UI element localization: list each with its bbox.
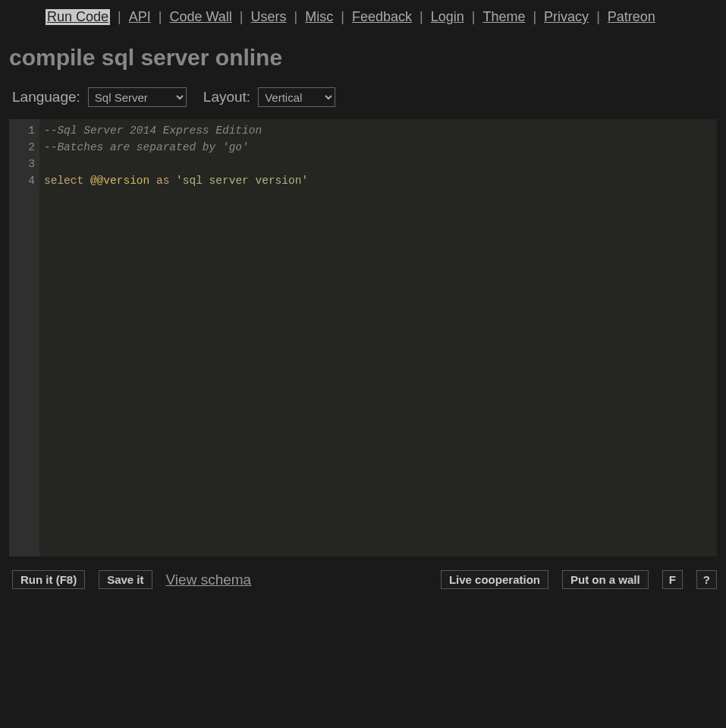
nav-separator: | [472, 9, 476, 25]
nav-run-code[interactable]: Run Code [46, 9, 110, 25]
language-select[interactable]: Sql Server [88, 87, 187, 107]
nav-separator: | [240, 9, 244, 25]
code-editor[interactable]: 1 2 3 4 --Sql Server 2014 Express Editio… [9, 119, 717, 556]
nav-separator: | [294, 9, 298, 25]
nav-separator: | [596, 9, 600, 25]
nav-login[interactable]: Login [431, 9, 464, 25]
code-line: select @@version as 'sql server version' [44, 172, 712, 189]
code-line: --Batches are separated by 'go' [44, 139, 712, 156]
nav-code-wall[interactable]: Code Wall [169, 9, 231, 25]
top-nav: Run Code | API | Code Wall | Users | Mis… [0, 0, 726, 31]
line-number-gutter: 1 2 3 4 [9, 119, 39, 556]
nav-users[interactable]: Users [251, 9, 287, 25]
page-title: compile sql server online [0, 31, 726, 84]
language-label: Language: [12, 89, 80, 106]
code-area[interactable]: --Sql Server 2014 Express Edition--Batch… [39, 119, 717, 556]
live-cooperation-button[interactable]: Live cooperation [441, 570, 548, 589]
nav-misc[interactable]: Misc [305, 9, 333, 25]
nav-api[interactable]: API [129, 9, 151, 25]
save-button[interactable]: Save it [99, 570, 152, 589]
run-button[interactable]: Run it (F8) [12, 570, 85, 589]
line-number: 4 [9, 172, 35, 189]
nav-privacy[interactable]: Privacy [544, 9, 589, 25]
nav-theme[interactable]: Theme [482, 9, 525, 25]
controls-row: Language: Sql Server Layout: Vertical [0, 84, 726, 119]
nav-separator: | [118, 9, 121, 25]
bottom-toolbar: Run it (F8) Save it View schema Live coo… [0, 556, 726, 603]
layout-label: Layout: [203, 89, 250, 106]
nav-patreon[interactable]: Patreon [608, 9, 655, 25]
code-line: --Sql Server 2014 Express Edition [44, 122, 712, 139]
put-on-wall-button[interactable]: Put on a wall [562, 570, 649, 589]
help-button[interactable]: ? [696, 570, 717, 589]
nav-feedback[interactable]: Feedback [352, 9, 412, 25]
code-line [44, 156, 712, 172]
nav-separator: | [420, 9, 423, 25]
nav-separator: | [159, 9, 162, 25]
line-number: 3 [9, 156, 35, 172]
layout-select[interactable]: Vertical [258, 87, 335, 107]
nav-separator: | [341, 9, 344, 25]
view-schema-link[interactable]: View schema [166, 572, 252, 588]
line-number: 1 [9, 122, 35, 139]
fullscreen-button[interactable]: F [662, 570, 683, 589]
line-number: 2 [9, 139, 35, 156]
nav-separator: | [533, 9, 536, 25]
